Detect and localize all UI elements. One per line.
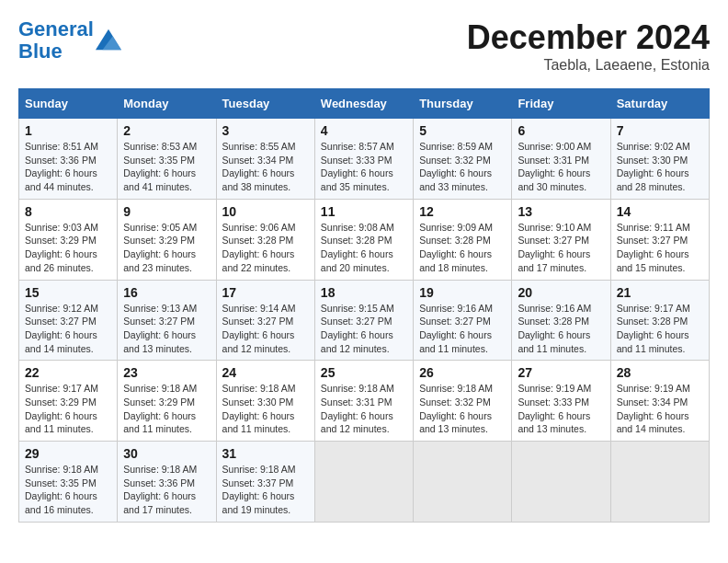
day-info: Sunrise: 9:03 AM Sunset: 3:29 PM Dayligh… xyxy=(25,221,111,275)
calendar-cell: 27Sunrise: 9:19 AM Sunset: 3:33 PM Dayli… xyxy=(512,361,610,442)
day-number: 6 xyxy=(518,123,604,138)
calendar-cell: 5Sunrise: 8:59 AM Sunset: 3:32 PM Daylig… xyxy=(414,119,512,200)
logo-text: General Blue xyxy=(18,18,94,63)
calendar-cell: 29Sunrise: 9:18 AM Sunset: 3:35 PM Dayli… xyxy=(19,442,118,523)
calendar-cell: 22Sunrise: 9:17 AM Sunset: 3:29 PM Dayli… xyxy=(19,361,118,442)
calendar-week-row: 1Sunrise: 8:51 AM Sunset: 3:36 PM Daylig… xyxy=(19,119,710,200)
day-number: 19 xyxy=(419,285,506,300)
day-info: Sunrise: 9:19 AM Sunset: 3:33 PM Dayligh… xyxy=(518,382,604,436)
col-wednesday: Wednesday xyxy=(314,89,413,119)
day-info: Sunrise: 9:18 AM Sunset: 3:32 PM Dayligh… xyxy=(419,382,506,436)
calendar-cell xyxy=(610,442,709,523)
calendar-cell: 28Sunrise: 9:19 AM Sunset: 3:34 PM Dayli… xyxy=(610,361,709,442)
day-info: Sunrise: 9:18 AM Sunset: 3:35 PM Dayligh… xyxy=(25,463,111,517)
calendar-cell: 21Sunrise: 9:17 AM Sunset: 3:28 PM Dayli… xyxy=(610,280,709,361)
calendar-cell: 1Sunrise: 8:51 AM Sunset: 3:36 PM Daylig… xyxy=(19,119,118,200)
calendar-cell: 9Sunrise: 9:05 AM Sunset: 3:29 PM Daylig… xyxy=(118,199,216,280)
day-number: 22 xyxy=(25,365,111,380)
day-number: 2 xyxy=(123,123,210,138)
calendar-cell: 4Sunrise: 8:57 AM Sunset: 3:33 PM Daylig… xyxy=(314,119,413,200)
day-number: 29 xyxy=(25,446,111,461)
calendar-cell: 30Sunrise: 9:18 AM Sunset: 3:36 PM Dayli… xyxy=(118,442,216,523)
day-info: Sunrise: 9:19 AM Sunset: 3:34 PM Dayligh… xyxy=(617,382,703,436)
day-info: Sunrise: 9:18 AM Sunset: 3:36 PM Dayligh… xyxy=(123,463,210,517)
calendar-week-row: 29Sunrise: 9:18 AM Sunset: 3:35 PM Dayli… xyxy=(19,442,710,523)
day-number: 3 xyxy=(222,123,309,138)
day-info: Sunrise: 9:08 AM Sunset: 3:28 PM Dayligh… xyxy=(321,221,407,275)
calendar-cell: 24Sunrise: 9:18 AM Sunset: 3:30 PM Dayli… xyxy=(216,361,314,442)
title-section: December 2024 Taebla, Laeaene, Estonia xyxy=(467,18,710,74)
day-info: Sunrise: 9:17 AM Sunset: 3:28 PM Dayligh… xyxy=(617,302,703,356)
calendar-cell: 7Sunrise: 9:02 AM Sunset: 3:30 PM Daylig… xyxy=(610,119,709,200)
calendar-cell: 23Sunrise: 9:18 AM Sunset: 3:29 PM Dayli… xyxy=(118,361,216,442)
day-number: 27 xyxy=(518,365,604,380)
col-tuesday: Tuesday xyxy=(216,89,314,119)
col-thursday: Thursday xyxy=(414,89,512,119)
day-info: Sunrise: 8:59 AM Sunset: 3:32 PM Dayligh… xyxy=(419,140,506,194)
day-info: Sunrise: 9:16 AM Sunset: 3:27 PM Dayligh… xyxy=(419,302,506,356)
day-info: Sunrise: 9:16 AM Sunset: 3:28 PM Dayligh… xyxy=(518,302,604,356)
calendar-cell xyxy=(414,442,512,523)
calendar-cell: 10Sunrise: 9:06 AM Sunset: 3:28 PM Dayli… xyxy=(216,199,314,280)
day-info: Sunrise: 9:17 AM Sunset: 3:29 PM Dayligh… xyxy=(25,382,111,436)
calendar-cell: 14Sunrise: 9:11 AM Sunset: 3:27 PM Dayli… xyxy=(610,199,709,280)
calendar-cell: 12Sunrise: 9:09 AM Sunset: 3:28 PM Dayli… xyxy=(414,199,512,280)
day-number: 24 xyxy=(222,365,309,380)
day-info: Sunrise: 9:10 AM Sunset: 3:27 PM Dayligh… xyxy=(518,221,604,275)
day-number: 26 xyxy=(419,365,506,380)
day-number: 21 xyxy=(617,285,703,300)
calendar-cell xyxy=(512,442,610,523)
day-info: Sunrise: 9:09 AM Sunset: 3:28 PM Dayligh… xyxy=(419,221,506,275)
location: Taebla, Laeaene, Estonia xyxy=(467,57,710,74)
day-info: Sunrise: 9:15 AM Sunset: 3:27 PM Dayligh… xyxy=(321,302,407,356)
calendar-cell: 6Sunrise: 9:00 AM Sunset: 3:31 PM Daylig… xyxy=(512,119,610,200)
day-info: Sunrise: 9:18 AM Sunset: 3:30 PM Dayligh… xyxy=(222,382,309,436)
calendar-cell: 2Sunrise: 8:53 AM Sunset: 3:35 PM Daylig… xyxy=(118,119,216,200)
day-number: 9 xyxy=(123,204,210,219)
day-number: 31 xyxy=(222,446,309,461)
calendar-cell: 20Sunrise: 9:16 AM Sunset: 3:28 PM Dayli… xyxy=(512,280,610,361)
day-number: 1 xyxy=(25,123,111,138)
calendar-week-row: 15Sunrise: 9:12 AM Sunset: 3:27 PM Dayli… xyxy=(19,280,710,361)
day-info: Sunrise: 9:12 AM Sunset: 3:27 PM Dayligh… xyxy=(25,302,111,356)
col-monday: Monday xyxy=(118,89,216,119)
calendar-cell: 8Sunrise: 9:03 AM Sunset: 3:29 PM Daylig… xyxy=(19,199,118,280)
day-info: Sunrise: 8:53 AM Sunset: 3:35 PM Dayligh… xyxy=(123,140,210,194)
calendar-table: Sunday Monday Tuesday Wednesday Thursday… xyxy=(18,88,710,523)
day-number: 15 xyxy=(25,285,111,300)
day-info: Sunrise: 9:18 AM Sunset: 3:29 PM Dayligh… xyxy=(123,382,210,436)
page-header: General Blue December 2024 Taebla, Laeae… xyxy=(18,18,710,74)
calendar-cell xyxy=(314,442,413,523)
day-number: 17 xyxy=(222,285,309,300)
calendar-cell: 17Sunrise: 9:14 AM Sunset: 3:27 PM Dayli… xyxy=(216,280,314,361)
day-number: 4 xyxy=(321,123,407,138)
col-saturday: Saturday xyxy=(610,89,709,119)
day-number: 14 xyxy=(617,204,703,219)
calendar-cell: 18Sunrise: 9:15 AM Sunset: 3:27 PM Dayli… xyxy=(314,280,413,361)
day-number: 5 xyxy=(419,123,506,138)
calendar-cell: 16Sunrise: 9:13 AM Sunset: 3:27 PM Dayli… xyxy=(118,280,216,361)
calendar-cell: 26Sunrise: 9:18 AM Sunset: 3:32 PM Dayli… xyxy=(414,361,512,442)
day-info: Sunrise: 8:55 AM Sunset: 3:34 PM Dayligh… xyxy=(222,140,309,194)
day-number: 30 xyxy=(123,446,210,461)
calendar-week-row: 22Sunrise: 9:17 AM Sunset: 3:29 PM Dayli… xyxy=(19,361,710,442)
calendar-header: Sunday Monday Tuesday Wednesday Thursday… xyxy=(19,89,710,119)
calendar-cell: 11Sunrise: 9:08 AM Sunset: 3:28 PM Dayli… xyxy=(314,199,413,280)
day-number: 7 xyxy=(617,123,703,138)
logo: General Blue xyxy=(18,18,121,63)
day-info: Sunrise: 8:57 AM Sunset: 3:33 PM Dayligh… xyxy=(321,140,407,194)
calendar-cell: 31Sunrise: 9:18 AM Sunset: 3:37 PM Dayli… xyxy=(216,442,314,523)
day-info: Sunrise: 8:51 AM Sunset: 3:36 PM Dayligh… xyxy=(25,140,111,194)
day-number: 11 xyxy=(321,204,407,219)
calendar-body: 1Sunrise: 8:51 AM Sunset: 3:36 PM Daylig… xyxy=(19,119,710,523)
header-row: Sunday Monday Tuesday Wednesday Thursday… xyxy=(19,89,710,119)
calendar-cell: 3Sunrise: 8:55 AM Sunset: 3:34 PM Daylig… xyxy=(216,119,314,200)
day-info: Sunrise: 9:00 AM Sunset: 3:31 PM Dayligh… xyxy=(518,140,604,194)
calendar-cell: 25Sunrise: 9:18 AM Sunset: 3:31 PM Dayli… xyxy=(314,361,413,442)
day-number: 13 xyxy=(518,204,604,219)
day-number: 10 xyxy=(222,204,309,219)
day-info: Sunrise: 9:02 AM Sunset: 3:30 PM Dayligh… xyxy=(617,140,703,194)
month-title: December 2024 xyxy=(467,18,710,57)
day-number: 8 xyxy=(25,204,111,219)
day-number: 23 xyxy=(123,365,210,380)
